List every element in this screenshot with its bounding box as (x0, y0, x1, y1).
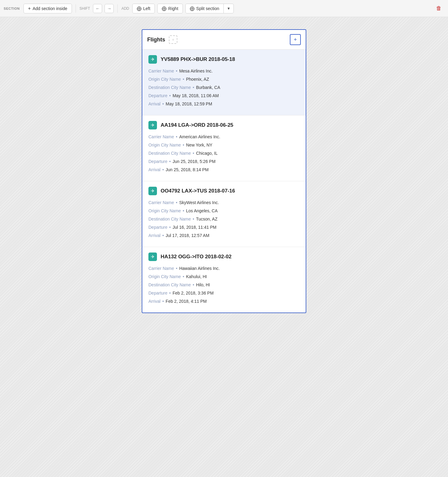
field-dot: • (193, 150, 194, 157)
field-label: Carrier Name (148, 265, 174, 272)
field-value: Jun 25, 2018, 5:26 PM (172, 158, 215, 165)
field-value: Kahului, HI (186, 274, 207, 280)
flight-field-3-5: Arrival•Jul 17, 2018, 12:57 AM (148, 232, 300, 239)
flight-field-1-1: Carrier Name•Mesa Airlines Inc. (148, 68, 300, 74)
flight-icon-3: ✈ (148, 187, 157, 195)
flight-icon-1: ✈ (148, 55, 157, 64)
field-label: Carrier Name (148, 200, 174, 206)
flight-title-4: HA132 OGG->ITO 2018-02-02 (161, 254, 232, 260)
flight-field-3-4: Departure•Jul 16, 2018, 11:41 PM (148, 224, 300, 231)
flight-header-3: ✈OO4792 LAX->TUS 2018-07-16 (148, 187, 300, 195)
field-label: Origin City Name (148, 208, 181, 214)
field-dot: • (183, 142, 184, 148)
field-value: American Airlines Inc. (179, 134, 220, 140)
split-section-button[interactable]: ⨁ Split section (186, 4, 223, 13)
add-left-button[interactable]: ⨁ Left (132, 4, 155, 13)
flights-list: ✈YV5889 PHX->BUR 2018-05-18Carrier Name•… (142, 50, 306, 313)
field-dot: • (183, 274, 184, 280)
add-label: ADD (121, 6, 129, 11)
flight-field-1-2: Origin City Name•Phoenix, AZ (148, 76, 300, 83)
shift-right-button[interactable]: → (105, 4, 114, 13)
field-value: Chicago, IL (196, 150, 218, 157)
section-container: Flights + + ✈YV5889 PHX->BUR 2018-05-18C… (142, 29, 306, 313)
field-label: Departure (148, 158, 167, 165)
field-value: Feb 2, 2018, 4:11 PM (166, 298, 207, 305)
field-dot: • (183, 208, 184, 214)
add-right-icon: ⨁ (162, 6, 166, 11)
field-label: Arrival (148, 101, 161, 107)
field-value: Mesa Airlines Inc. (179, 68, 213, 74)
flight-title-1: YV5889 PHX->BUR 2018-05-18 (161, 56, 235, 62)
field-dot: • (162, 101, 164, 107)
add-column-placeholder-button[interactable]: + (169, 35, 177, 44)
field-value: Tucson, AZ (196, 216, 217, 222)
field-dot: • (169, 224, 171, 231)
flight-field-2-3: Destination City Name•Chicago, IL (148, 150, 300, 157)
field-value: Hilo, HI (196, 282, 210, 288)
plus-icon: + (28, 6, 31, 11)
flight-header-1: ✈YV5889 PHX->BUR 2018-05-18 (148, 55, 300, 64)
field-value: New York, NY (186, 142, 212, 148)
flight-field-4-3: Destination City Name•Hilo, HI (148, 282, 300, 288)
add-col-placeholder-icon: + (172, 37, 174, 42)
add-section-inside-button[interactable]: + Add section inside (23, 4, 72, 13)
shift-left-button[interactable]: ← (93, 4, 102, 13)
delete-section-button[interactable]: 🗑 (433, 3, 444, 14)
flight-title-2: AA194 LGA->ORD 2018-06-25 (161, 122, 233, 128)
flight-field-4-4: Departure•Feb 2, 2018, 3:36 PM (148, 290, 300, 296)
field-label: Destination City Name (148, 282, 191, 288)
add-col-active-icon: + (294, 37, 297, 43)
field-label: Origin City Name (148, 142, 181, 148)
add-section-inside-label: Add section inside (33, 6, 67, 11)
split-section-group: ⨁ Split section ▼ (185, 4, 234, 13)
field-label: Origin City Name (148, 274, 181, 280)
flight-header-2: ✈AA194 LGA->ORD 2018-06-25 (148, 121, 300, 129)
main-content: Flights + + ✈YV5889 PHX->BUR 2018-05-18C… (0, 17, 448, 325)
split-icon: ⨁ (190, 6, 194, 11)
field-dot: • (193, 216, 194, 222)
section-title: Flights (147, 37, 165, 43)
flight-field-1-4: Departure•May 18, 2018, 11:06 AM (148, 93, 300, 99)
divider-2 (117, 4, 118, 13)
field-dot: • (176, 68, 177, 74)
field-value: Feb 2, 2018, 3:36 PM (172, 290, 214, 296)
shift-label: SHIFT (80, 6, 90, 11)
field-label: Destination City Name (148, 216, 191, 222)
field-value: Hawaiian Airlines Inc. (179, 265, 220, 272)
field-label: Departure (148, 93, 167, 99)
flight-field-1-3: Destination City Name•Burbank, CA (148, 84, 300, 91)
chevron-down-icon: ▼ (227, 6, 230, 11)
field-value: Jul 17, 2018, 12:57 AM (166, 232, 209, 239)
flight-card-3[interactable]: ✈OO4792 LAX->TUS 2018-07-16Carrier Name•… (142, 181, 306, 247)
field-label: Carrier Name (148, 134, 174, 140)
flight-card-4[interactable]: ✈HA132 OGG->ITO 2018-02-02Carrier Name•H… (142, 247, 306, 313)
split-section-dropdown-button[interactable]: ▼ (223, 4, 233, 13)
field-label: Destination City Name (148, 84, 191, 91)
flight-icon-2: ✈ (148, 121, 157, 129)
trash-icon: 🗑 (436, 5, 442, 12)
flight-card-1[interactable]: ✈YV5889 PHX->BUR 2018-05-18Carrier Name•… (142, 50, 306, 115)
flight-field-2-2: Origin City Name•New York, NY (148, 142, 300, 148)
flight-title-3: OO4792 LAX->TUS 2018-07-16 (161, 188, 235, 194)
add-right-button[interactable]: ⨁ Right (157, 4, 183, 13)
flight-field-3-2: Origin City Name•Los Angeles, CA (148, 208, 300, 214)
field-dot: • (183, 76, 184, 83)
add-right-label: Right (168, 6, 178, 11)
toolbar: SECTION + Add section inside SHIFT ← → A… (0, 0, 448, 17)
split-section-label: Split section (196, 6, 219, 11)
field-value: May 18, 2018, 11:06 AM (172, 93, 219, 99)
field-label: Arrival (148, 167, 161, 173)
field-dot: • (176, 134, 177, 140)
flight-card-2[interactable]: ✈AA194 LGA->ORD 2018-06-25Carrier Name•A… (142, 115, 306, 181)
field-value: Phoenix, AZ (186, 76, 209, 83)
flight-field-2-4: Departure•Jun 25, 2018, 5:26 PM (148, 158, 300, 165)
field-dot: • (193, 282, 194, 288)
field-dot: • (169, 93, 171, 99)
field-dot: • (193, 84, 194, 91)
flight-field-4-2: Origin City Name•Kahului, HI (148, 274, 300, 280)
field-label: Destination City Name (148, 150, 191, 157)
flight-field-3-3: Destination City Name•Tucson, AZ (148, 216, 300, 222)
flight-field-4-1: Carrier Name•Hawaiian Airlines Inc. (148, 265, 300, 272)
add-column-active-button[interactable]: + (290, 34, 301, 45)
field-value: May 18, 2018, 12:59 PM (166, 101, 212, 107)
